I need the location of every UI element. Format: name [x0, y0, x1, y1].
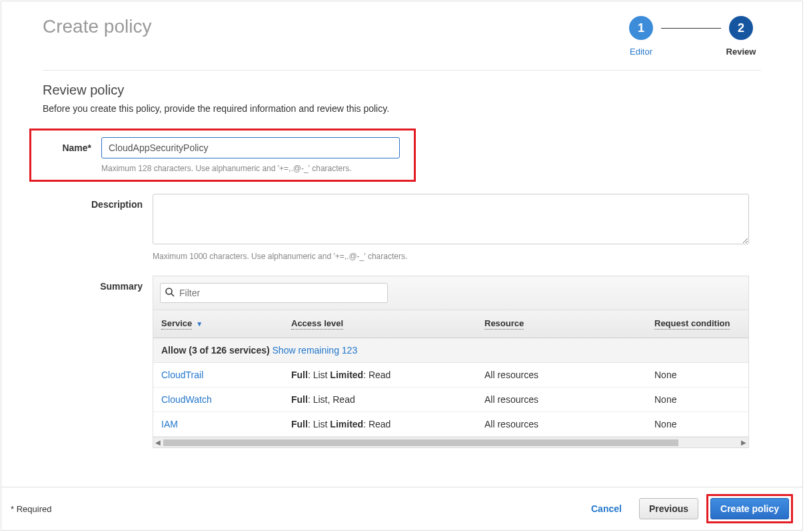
table-row: CloudTrailFull: List Limited: ReadAll re… — [153, 363, 748, 388]
step-label-editor: Editor — [630, 47, 652, 57]
svg-point-0 — [166, 288, 172, 294]
allow-summary-row: Allow (3 of 126 services) Show remaining… — [153, 338, 748, 363]
previous-button[interactable]: Previous — [639, 498, 698, 519]
access-level-cell: Full: List, Read — [283, 388, 476, 411]
name-input[interactable] — [101, 137, 400, 158]
create-button-highlight: Create policy — [706, 494, 793, 523]
description-label: Description — [43, 194, 153, 210]
request-condition-cell: None — [646, 388, 748, 411]
summary-label: Summary — [43, 276, 153, 292]
step-review[interactable]: 2 Review — [721, 16, 761, 57]
header-service[interactable]: Service ▼ — [153, 310, 283, 338]
table-row: CloudWatchFull: List, ReadAll resourcesN… — [153, 388, 748, 412]
access-level-cell: Full: List Limited: Read — [283, 412, 476, 436]
filter-input[interactable] — [160, 283, 388, 303]
table-row: IAMFull: List Limited: ReadAll resources… — [153, 412, 748, 437]
show-remaining-link[interactable]: Show remaining 123 — [273, 345, 358, 356]
name-label: Name* — [45, 137, 101, 173]
cancel-button[interactable]: Cancel — [582, 498, 631, 519]
service-link[interactable]: IAM — [161, 419, 178, 429]
step-label-review: Review — [726, 47, 756, 57]
sort-caret-icon: ▼ — [196, 320, 203, 328]
header-request-condition[interactable]: Request condition — [646, 310, 748, 338]
horizontal-scrollbar[interactable]: ◀ ▶ — [153, 437, 748, 447]
resource-cell: All resources — [476, 412, 646, 436]
search-icon — [165, 287, 175, 300]
service-link[interactable]: CloudWatch — [161, 394, 212, 405]
name-hint: Maximum 128 characters. Use alphanumeric… — [101, 164, 403, 173]
summary-panel: Service ▼ Access level Resource Request … — [153, 276, 749, 448]
resource-cell: All resources — [476, 388, 646, 411]
header-resource[interactable]: Resource — [476, 310, 646, 338]
step-number-2: 2 — [729, 16, 753, 40]
header-access-level[interactable]: Access level — [283, 310, 476, 338]
section-title: Review policy — [43, 83, 761, 98]
resource-cell: All resources — [476, 363, 646, 387]
page-title: Create policy — [43, 16, 151, 37]
request-condition-cell: None — [646, 412, 748, 436]
step-number-1: 1 — [629, 16, 653, 40]
access-level-cell: Full: List Limited: Read — [283, 363, 476, 387]
name-highlight-box: Name* Maximum 128 characters. Use alphan… — [29, 129, 416, 182]
service-link[interactable]: CloudTrail — [161, 370, 203, 380]
description-hint: Maximum 1000 characters. Use alphanumeri… — [153, 252, 761, 261]
description-input[interactable] — [153, 194, 749, 244]
wizard-stepper: 1 Editor 2 Review — [621, 16, 761, 57]
scroll-right-arrow-icon[interactable]: ▶ — [739, 439, 748, 446]
summary-table-header: Service ▼ Access level Resource Request … — [153, 310, 748, 338]
required-note: * Required — [11, 504, 51, 514]
svg-line-1 — [171, 294, 174, 296]
scroll-thumb[interactable] — [163, 439, 678, 446]
create-policy-button[interactable]: Create policy — [710, 498, 789, 519]
request-condition-cell: None — [646, 363, 748, 387]
section-description: Before you create this policy, provide t… — [43, 103, 761, 114]
scroll-left-arrow-icon[interactable]: ◀ — [153, 439, 163, 446]
step-connector — [661, 28, 721, 29]
step-editor[interactable]: 1 Editor — [621, 16, 661, 57]
